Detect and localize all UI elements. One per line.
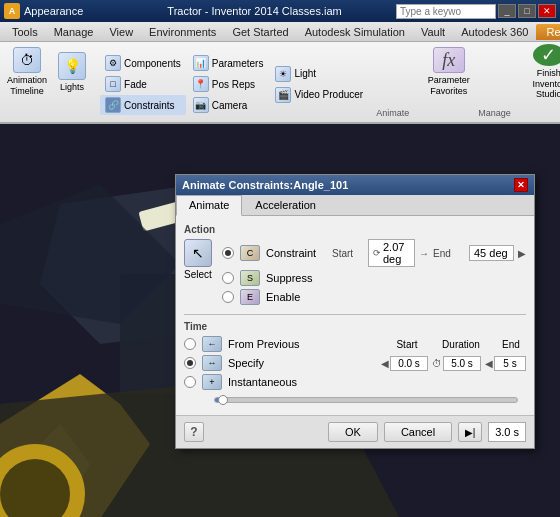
start-value[interactable]: ⟳ 2.07 deg <box>368 239 415 267</box>
specify-label: Specify <box>228 357 308 369</box>
finish-studio-label: FinishInventor Studio <box>522 68 560 100</box>
slider-thumb[interactable] <box>218 395 228 405</box>
ribbon-btn-animation-timeline[interactable]: ⏱ AnimationTimeline <box>4 44 50 100</box>
ribbon-btn-lights[interactable]: 💡 Lights <box>52 44 92 100</box>
ribbon-col-animate: ⚙ Components □ Fade 🔗 Constraints <box>100 44 186 120</box>
menu-manage[interactable]: Manage <box>46 24 102 40</box>
dialog-close-button[interactable]: ✕ <box>514 178 528 192</box>
suppress-label: Suppress <box>266 272 326 284</box>
end-value[interactable]: 45 deg <box>469 245 514 261</box>
maximize-button[interactable]: □ <box>518 4 536 18</box>
end-arrow: ▶ <box>518 248 526 259</box>
select-label: Select <box>184 269 212 280</box>
end-header: End <box>496 339 526 350</box>
select-icon[interactable]: ↖ <box>184 239 212 267</box>
constraint-row: C Constraint Start ⟳ 2.07 deg → End 45 d <box>222 239 526 267</box>
constraint-radio[interactable] <box>222 247 234 259</box>
app-dropdown[interactable]: Appearance <box>24 5 83 17</box>
specify-row: ↔ Specify ◀ ⏱ <box>184 355 526 371</box>
time-slider-row <box>184 393 526 407</box>
fx-icon: fx <box>433 47 465 73</box>
specify-radio[interactable] <box>184 357 196 369</box>
pos-reps-icon: 📍 <box>193 76 209 92</box>
end-stepper-left[interactable]: ◀ <box>485 358 493 369</box>
manage-group-label: Manage <box>478 106 511 120</box>
lights-icon: 💡 <box>58 52 86 80</box>
footer-buttons: OK Cancel ▶| 3.0 s <box>328 422 526 442</box>
menu-view[interactable]: View <box>101 24 141 40</box>
ribbon-btn-parameters[interactable]: 📊 Parameters <box>188 53 269 73</box>
end-label: End <box>433 248 465 259</box>
fade-label: Fade <box>124 79 147 90</box>
select-group: ↖ Select <box>184 239 212 280</box>
playback-button[interactable]: ▶| <box>458 422 482 442</box>
cancel-button[interactable]: Cancel <box>384 422 452 442</box>
time-slider[interactable] <box>214 397 518 403</box>
help-button[interactable]: ? <box>184 422 204 442</box>
start-input-group: ◀ <box>381 356 428 371</box>
menu-get-started[interactable]: Get Started <box>224 24 296 40</box>
ribbon-btn-components[interactable]: ⚙ Components <box>100 53 186 73</box>
dialog-tab-acceleration[interactable]: Acceleration <box>242 195 329 215</box>
dialog-tab-animate[interactable]: Animate <box>176 195 242 216</box>
instantaneous-label: Instantaneous <box>228 376 297 388</box>
specify-fields: ◀ ⏱ ◀ <box>381 356 526 371</box>
from-previous-radio[interactable] <box>184 338 196 350</box>
video-producer-label: Video Producer <box>294 89 363 100</box>
ribbon-btn-finish-studio[interactable]: ✓ FinishInventor Studio <box>519 44 560 100</box>
ribbon-btn-pos-reps[interactable]: 📍 Pos Reps <box>188 74 269 94</box>
animate-constraints-dialog: Animate Constraints:Angle_101 ✕ Animate … <box>175 174 535 449</box>
duration-header: Duration <box>442 339 480 350</box>
time-section: Time ← From Previous Start Duration End … <box>184 321 526 407</box>
end-time-input[interactable] <box>494 356 526 371</box>
constraint-fields: Start ⟳ 2.07 deg → End 45 deg ▶ <box>332 239 526 267</box>
duration-input-group: ⏱ <box>432 356 481 371</box>
enable-row: E Enable <box>222 289 526 305</box>
ok-button[interactable]: OK <box>328 422 378 442</box>
constraint-rows: C Constraint Start ⟳ 2.07 deg → End 45 d <box>222 239 526 308</box>
menu-tools[interactable]: Tools <box>4 24 46 40</box>
from-previous-row: ← From Previous Start Duration End <box>184 336 526 352</box>
instantaneous-radio[interactable] <box>184 376 196 388</box>
search-input[interactable] <box>396 4 496 19</box>
action-section: ↖ Select C Constraint Start ⟳ <box>184 239 526 308</box>
arrow-icon: → <box>419 248 429 259</box>
menu-vault[interactable]: Vault <box>413 24 453 40</box>
menu-render[interactable]: Render <box>536 24 560 40</box>
parameters-icon: 📊 <box>193 55 209 71</box>
window-close-button[interactable]: ✕ <box>538 4 556 18</box>
ribbon-btn-fade[interactable]: □ Fade <box>100 74 186 94</box>
section-divider <box>184 314 526 315</box>
minimize-button[interactable]: _ <box>498 4 516 18</box>
ribbon-btn-video-producer[interactable]: 🎬 Video Producer <box>270 85 368 105</box>
start-time-input[interactable] <box>390 356 428 371</box>
camera-label: Camera <box>212 100 248 111</box>
start-stepper-left[interactable]: ◀ <box>381 358 389 369</box>
time-section-label: Time <box>184 321 526 332</box>
enable-icon: E <box>240 289 260 305</box>
specify-icon: ↔ <box>202 355 222 371</box>
viewport[interactable]: Animate Constraints:Angle_101 ✕ Animate … <box>0 124 560 517</box>
duration-input[interactable] <box>443 356 481 371</box>
instantaneous-row: + Instantaneous <box>184 374 526 390</box>
enable-radio[interactable] <box>222 291 234 303</box>
components-icon: ⚙ <box>105 55 121 71</box>
ribbon-btn-constraints[interactable]: 🔗 Constraints <box>100 95 186 115</box>
angle-icon: ⟳ <box>373 248 381 258</box>
animation-timeline-icon: ⏱ <box>13 47 41 73</box>
duration-value: 3.0 s <box>495 426 519 438</box>
ribbon-btn-camera[interactable]: 📷 Camera <box>188 95 269 115</box>
constraints-label: Constraints <box>124 100 175 111</box>
menu-360[interactable]: Autodesk 360 <box>453 24 536 40</box>
animate-group-label: Animate <box>376 106 413 120</box>
action-section-label: Action <box>184 224 526 235</box>
menu-simulation[interactable]: Autodesk Simulation <box>297 24 413 40</box>
components-label: Components <box>124 58 181 69</box>
end-input-group: ◀ <box>485 356 526 371</box>
menu-environments[interactable]: Environments <box>141 24 224 40</box>
ribbon-btn-light[interactable]: ☀ Start Light <box>270 64 368 84</box>
menu-bar: Tools Manage View Environments Get Start… <box>0 22 560 42</box>
start-value-text: 2.07 deg <box>383 241 410 265</box>
ribbon-btn-param-favorites[interactable]: fx ParameterFavorites <box>421 44 476 100</box>
suppress-radio[interactable] <box>222 272 234 284</box>
